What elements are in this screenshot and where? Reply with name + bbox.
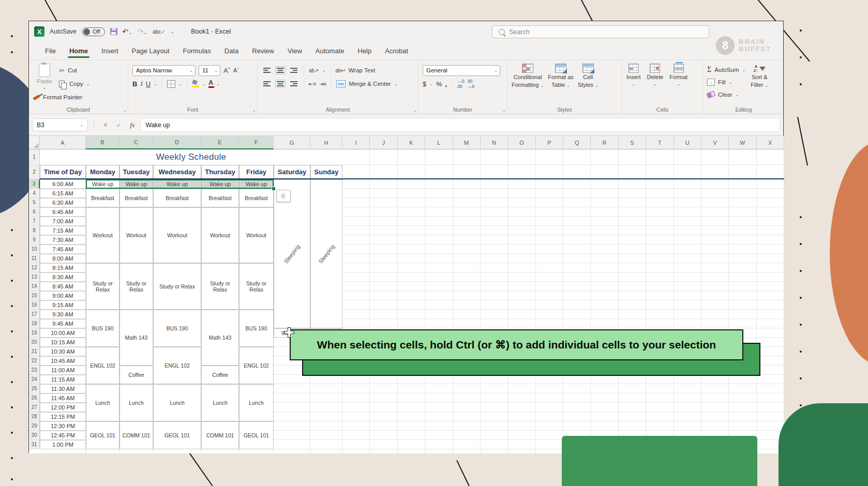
decrease-decimal-icon[interactable]: .00→.0 <box>467 79 474 89</box>
font-color-chevron-icon[interactable]: ⌄ <box>216 82 220 86</box>
cell-monday-bus-190[interactable]: BUS 190 <box>86 310 119 347</box>
menu-tab-formulas[interactable]: Formulas <box>176 43 218 59</box>
row-header-14[interactable]: 14 <box>29 282 40 291</box>
menu-tab-review[interactable]: Review <box>245 43 281 59</box>
row-header-24[interactable]: 24 <box>29 375 40 384</box>
column-header-D[interactable]: D <box>153 136 201 149</box>
row-header-27[interactable]: 27 <box>29 403 40 412</box>
cell-thursday-wake-up[interactable]: Wake up <box>201 179 239 189</box>
fill-color-icon[interactable] <box>192 80 199 87</box>
cell-A13-time[interactable]: 8:30 AM <box>40 272 86 282</box>
font-name-select[interactable]: Aptos Narrow⌄ <box>132 65 196 76</box>
row-header-6[interactable]: 6 <box>29 207 40 217</box>
cell-A5-time[interactable]: 6:30 AM <box>40 198 86 207</box>
align-top-icon[interactable] <box>262 66 272 74</box>
cell-A17-time[interactable]: 9:30 AM <box>40 310 86 319</box>
column-header-U[interactable]: U <box>674 136 701 149</box>
column-header-L[interactable]: L <box>425 136 453 149</box>
row-header-26[interactable]: 26 <box>29 393 40 403</box>
cell-A27-time[interactable]: 12:00 PM <box>40 403 86 412</box>
row-header-19[interactable]: 19 <box>29 328 40 338</box>
row-header-11[interactable]: 11 <box>29 254 40 263</box>
cell-monday-study-or-relax[interactable]: Study or Relax <box>86 263 119 310</box>
row-header-4[interactable]: 4 <box>29 189 40 198</box>
align-left-icon[interactable] <box>262 80 272 88</box>
row-header-31[interactable]: 31 <box>29 440 40 449</box>
cell-A25-time[interactable]: 11:30 AM <box>40 384 86 393</box>
cell-A10-time[interactable]: 7:45 AM <box>40 245 86 254</box>
conditional-formatting-button[interactable]: Conditional Formatting ⌄ <box>512 64 544 88</box>
enter-icon[interactable]: ✓ <box>113 122 125 129</box>
borders-icon[interactable] <box>167 80 175 88</box>
cell-friday-lunch[interactable]: Lunch <box>239 384 274 421</box>
cell-thursday-workout[interactable]: Workout <box>201 207 239 263</box>
column-header-Q[interactable]: Q <box>563 136 591 149</box>
cell-friday-wake-up[interactable]: Wake up <box>239 179 274 189</box>
column-header-B[interactable]: B <box>86 136 119 149</box>
number-format-select[interactable]: General⌄ <box>423 65 500 76</box>
cell-monday-engl-102[interactable]: ENGL 102 <box>86 347 119 384</box>
cell-tuesday-workout[interactable]: Workout <box>119 207 153 263</box>
header-cell-monday[interactable]: Monday <box>86 165 119 179</box>
row-header-16[interactable]: 16 <box>29 300 40 310</box>
cell-A15-time[interactable]: 9:00 AM <box>40 291 86 300</box>
format-painter-button[interactable]: Format Painter <box>33 90 125 104</box>
underline-button[interactable]: U <box>146 80 151 88</box>
delete-cells-button[interactable]: ✕ Delete ⌄ <box>647 64 664 86</box>
cell-wednesday-geol-101[interactable]: GEOL 101 <box>153 421 201 449</box>
cell-wednesday-study-or-relax[interactable]: Study or Relax <box>153 263 201 310</box>
align-bottom-icon[interactable] <box>289 66 299 74</box>
row-header-15[interactable]: 15 <box>29 291 40 300</box>
font-size-select[interactable]: 11⌄ <box>199 65 220 76</box>
row-header-28[interactable]: 28 <box>29 412 40 421</box>
clear-button[interactable]: Clear⌄ <box>707 88 745 101</box>
format-cells-button[interactable]: Format ⌄ <box>669 64 687 86</box>
row-header-12[interactable]: 12 <box>29 263 40 272</box>
copy-button[interactable]: Copy⌄ <box>59 77 125 90</box>
cell-A30-time[interactable]: 12:45 PM <box>40 431 86 440</box>
cell-tuesday-study-or-relax[interactable]: Study or Relax <box>119 263 153 310</box>
cell-A18-time[interactable]: 9:45 AM <box>40 319 86 328</box>
row-header-25[interactable]: 25 <box>29 384 40 393</box>
sort-filter-button[interactable]: AZ↓ Sort & Filter ⌄ <box>751 65 768 105</box>
cell-wednesday-bus-190[interactable]: BUS 190 <box>153 310 201 347</box>
cell-tuesday-lunch[interactable]: Lunch <box>119 384 153 421</box>
font-color-icon[interactable]: A <box>208 80 213 88</box>
increase-decimal-icon[interactable]: ←.0.00 <box>457 79 464 89</box>
decrease-indent-icon[interactable]: ⇤≡ <box>309 81 316 87</box>
cell-thursday-comm-101[interactable]: COMM 101 <box>201 421 239 449</box>
column-header-T[interactable]: T <box>646 136 674 149</box>
borders-chevron-icon[interactable]: ⌄ <box>178 82 182 86</box>
header-cell-thursday[interactable]: Thursday <box>201 165 239 179</box>
formula-input[interactable]: Wake up <box>140 118 780 132</box>
merge-center-chevron-icon[interactable]: ⌄ <box>394 82 398 86</box>
insert-function-icon[interactable]: fx <box>127 121 138 129</box>
header-cell-saturday[interactable]: Saturday <box>274 165 310 179</box>
alignment-dialog-launcher[interactable]: ⌟ <box>414 107 416 112</box>
cell-A29-time[interactable]: 12:30 PM <box>40 421 86 431</box>
menu-tab-data[interactable]: Data <box>218 43 245 59</box>
cell-tuesday-coffee[interactable]: Coffee <box>119 366 153 384</box>
cell-A28-time[interactable]: 12:15 PM <box>40 412 86 421</box>
row-header-10[interactable]: 10 <box>29 245 40 254</box>
column-header-P[interactable]: P <box>536 136 563 149</box>
cut-button[interactable]: ✂ Cut <box>59 64 125 77</box>
cell-A16-time[interactable]: 9:15 AM <box>40 300 86 310</box>
cell-thursday-coffee[interactable]: Coffee <box>201 366 239 384</box>
menu-tab-insert[interactable]: Insert <box>95 43 125 59</box>
header-cell-friday[interactable]: Friday <box>239 165 274 179</box>
cell-friday-geol-101[interactable]: GEOL 101 <box>239 421 274 449</box>
row-header-29[interactable]: 29 <box>29 421 40 431</box>
cancel-icon[interactable]: ✕ <box>100 122 111 129</box>
cell-tuesday-comm-101[interactable]: COMM 101 <box>119 421 153 449</box>
align-center-icon[interactable] <box>275 80 286 88</box>
percent-button[interactable]: % <box>436 80 442 88</box>
fill-color-chevron-icon[interactable]: ⌄ <box>202 82 206 86</box>
cell-A9-time[interactable]: 7:30 AM <box>40 235 86 245</box>
cell-tuesday-wake-up[interactable]: Wake up <box>119 179 153 189</box>
cell-friday-engl-102[interactable]: ENGL 102 <box>239 347 274 384</box>
column-header-W[interactable]: W <box>729 136 756 149</box>
cell-A7-time[interactable]: 7:00 AM <box>40 217 86 226</box>
search-input[interactable]: Search <box>492 25 709 38</box>
selection-fill-handle[interactable] <box>272 187 276 191</box>
